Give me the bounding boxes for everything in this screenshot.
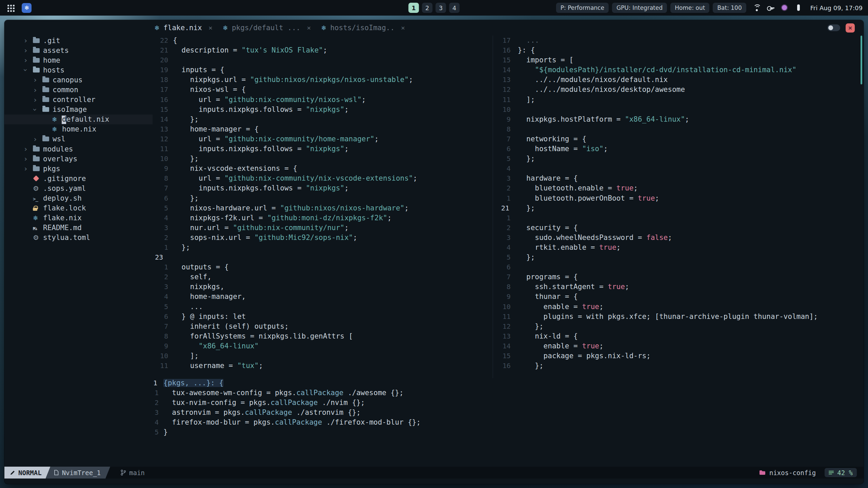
workspace-button[interactable]: 3 xyxy=(436,3,446,13)
code-line: 2 tux-nvim-config = pkgs.callPackage ./n… xyxy=(153,398,864,408)
color-dot-icon[interactable] xyxy=(780,3,789,12)
line-text: imports = [ xyxy=(518,55,573,65)
tree-item[interactable]: hosts xyxy=(4,65,153,75)
tab-close-icon[interactable]: × xyxy=(401,24,405,32)
tree-item[interactable]: canopus xyxy=(4,75,153,85)
line-number: 14 xyxy=(493,65,511,75)
code-line: 9 nixpkgs.hostPlatform = "x86_64-linux"; xyxy=(493,115,864,124)
wifi-icon[interactable] xyxy=(752,3,761,12)
code-line: 6 hostName = "iso"; xyxy=(493,144,864,154)
workspace-button[interactable]: 2 xyxy=(422,3,433,13)
vpn-icon[interactable] xyxy=(766,3,775,12)
chevron-icon xyxy=(23,56,33,64)
tree-item[interactable]: wsl xyxy=(4,134,153,144)
tree-item[interactable]: assets xyxy=(4,45,153,55)
tree-item[interactable]: .sops.yaml xyxy=(4,183,153,193)
file-type-icon xyxy=(33,38,40,43)
nix-logo-badge[interactable]: ❄ xyxy=(22,3,32,13)
line-number: 1 xyxy=(153,378,159,388)
line-number: 15 xyxy=(153,105,168,115)
line-number: 10 xyxy=(153,351,168,361)
scrollbar-thumb[interactable] xyxy=(861,36,862,84)
app-launcher-button[interactable] xyxy=(5,3,16,13)
tree-item[interactable]: flake.nix xyxy=(4,213,153,223)
panel-icon[interactable] xyxy=(794,3,803,12)
line-number: 19 xyxy=(153,65,168,75)
code-line: 3 sudo.wheelNeedsPassword = false; xyxy=(493,233,864,243)
tree-item[interactable]: home.nix xyxy=(4,124,153,134)
line-number: 16 xyxy=(153,95,168,105)
line-number: 4 xyxy=(493,243,511,252)
status-chip: Home: out xyxy=(670,3,709,13)
window-close-button[interactable]: × xyxy=(846,23,855,33)
line-number: 16 xyxy=(493,361,511,371)
tab-close-icon[interactable]: × xyxy=(209,24,213,32)
line-number: 18 xyxy=(153,75,168,85)
code-line: 5 nixos-hardware.url = "github:nixos/nix… xyxy=(153,203,493,213)
tree-item[interactable]: controller xyxy=(4,95,153,105)
tree-item[interactable]: flake.lock xyxy=(4,203,153,213)
editor-tab[interactable]: pkgs/default ... × xyxy=(223,24,311,32)
tree-item[interactable]: .gitignore xyxy=(4,174,153,183)
tree-item[interactable]: stylua.toml xyxy=(4,233,153,243)
file-tree[interactable]: .git assets home hosts canopus xyxy=(4,36,153,466)
tree-item[interactable]: modules xyxy=(4,144,153,154)
chevron-icon xyxy=(23,145,33,153)
tree-item[interactable]: README.md xyxy=(4,223,153,233)
line-text: url = "github:nix-community/nix-vscode-e… xyxy=(173,174,417,183)
line-text: sudo.wheelNeedsPassword = false; xyxy=(518,233,672,243)
tree-item-label: .gitignore xyxy=(43,175,86,183)
clock[interactable]: Fri Aug 09, 17:09 xyxy=(810,4,863,12)
line-text: nixos-hardware.url = "github:nixos/nixos… xyxy=(173,203,409,213)
tree-item[interactable]: overlays xyxy=(4,154,153,164)
workspace-button[interactable]: 1 xyxy=(409,3,419,13)
tree-item[interactable]: default.nix xyxy=(4,115,153,124)
scroll-progress: 42 % xyxy=(825,468,857,477)
tree-item-label: README.md xyxy=(43,224,82,232)
chevron-icon xyxy=(33,105,42,114)
tree-item-label: .sops.yaml xyxy=(43,184,86,192)
line-text: }: { xyxy=(518,45,535,55)
editor-pane-iso-default-nix[interactable]: 17 ... 16 }: { 15 imports = [ 14 "${modu… xyxy=(493,36,864,378)
tree-item[interactable]: .git xyxy=(4,36,153,45)
editor-pane-flake-nix[interactable]: 22 { 21 description = "tux's NixOS Flake… xyxy=(153,36,493,378)
code-line: 1 }; xyxy=(153,243,493,252)
tree-item[interactable]: isoImage xyxy=(4,105,153,115)
tree-item[interactable]: common xyxy=(4,85,153,95)
code-line: 12 ../../modules/nixos/desktop/awesome xyxy=(493,85,864,95)
file-type-icon xyxy=(33,208,37,211)
code-line: 4 xyxy=(493,164,864,174)
workspace-button[interactable]: 4 xyxy=(449,3,460,13)
line-text: url = "github:nix-community/nixos-wsl"; xyxy=(173,95,366,105)
tree-item[interactable]: deploy.sh xyxy=(4,194,153,203)
tree-item[interactable]: home xyxy=(4,55,153,65)
line-text: home-manager = { xyxy=(173,124,259,134)
project-label: nixos-config xyxy=(769,469,816,476)
chevron-icon xyxy=(23,36,33,45)
line-text: bluetooth.enable = true; xyxy=(518,183,638,193)
line-number: 13 xyxy=(153,124,168,134)
editor-tab[interactable]: flake.nix × xyxy=(154,24,213,32)
code-line: 11 ]; xyxy=(493,95,864,105)
tree-item-label: controller xyxy=(53,96,95,104)
tree-item-label: common xyxy=(53,86,78,94)
topbar-left: ❄ xyxy=(5,3,32,13)
line-text: bluetooth.powerOnBoot = true; xyxy=(518,194,659,203)
desktop-wallpaper: ❄ 1234 P: PerformanceGPU: IntegratedHome… xyxy=(0,0,868,488)
window-toggle[interactable] xyxy=(827,24,840,31)
code-line: 16 }; xyxy=(493,361,864,371)
code-line: 17 nixos-wsl = { xyxy=(153,85,493,95)
code-line: 7 inputs.nixpkgs.follows = "nixpkgs"; xyxy=(153,183,493,193)
line-text: nixpkgs.url = "github:nixos/nixpkgs/nixo… xyxy=(173,75,413,85)
code-line: 6 xyxy=(493,262,864,272)
code-line: 15 package = pkgs.nix-ld-rs; xyxy=(493,351,864,361)
code-line: 13 ../../modules/nixos/default.nix xyxy=(493,75,864,85)
workspace-switcher: 1234 xyxy=(409,3,460,13)
line-text: inputs.nixpkgs.follows = "nixpkgs"; xyxy=(173,105,349,115)
code-line: 12 url = "github:nix-community/home-mana… xyxy=(153,134,493,144)
editor-pane-pkgs-default-nix[interactable]: 1 {pkgs, ...}: { 1 tux-awesome-wm-config… xyxy=(153,378,864,446)
statusline: NORMAL NvimTree_1 main xyxy=(4,467,864,479)
editor-tab[interactable]: hosts/isoImag.. × xyxy=(321,24,405,32)
tree-item[interactable]: pkgs xyxy=(4,164,153,174)
tab-close-icon[interactable]: × xyxy=(307,24,311,32)
